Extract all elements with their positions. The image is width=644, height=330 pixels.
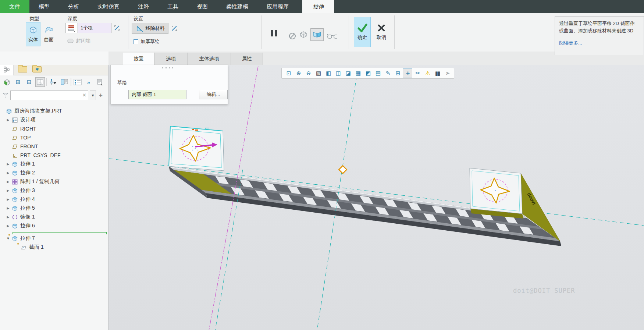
expand-all-icon[interactable]: ⊞ <box>13 77 23 87</box>
tree-item[interactable]: ▶拉伸 2 <box>0 168 108 177</box>
tree-item[interactable]: RIGHT <box>0 124 108 133</box>
expand-arrow[interactable]: ▶ <box>5 162 11 166</box>
tree-item[interactable]: ▶拉伸 3 <box>0 186 108 195</box>
tree-item[interactable]: TOP <box>0 133 108 142</box>
tree-search-input[interactable] <box>10 91 88 100</box>
menu-analysis[interactable]: 分析 <box>59 0 88 13</box>
no-preview-icon[interactable] <box>287 31 298 41</box>
overflow-icon[interactable]: » <box>84 77 93 87</box>
dashboard-tab-options[interactable]: 选项 <box>154 53 188 65</box>
expand-arrow[interactable]: ▶ <box>5 198 11 201</box>
menu-file[interactable]: 文件 <box>0 0 29 13</box>
menu-flexible-modeling[interactable]: 柔性建模 <box>217 0 257 13</box>
cancel-button[interactable]: 取消 <box>373 17 390 47</box>
tree-item[interactable]: ▶拉伸 5 <box>0 204 108 213</box>
appearance-icon[interactable]: ◩ <box>363 68 373 78</box>
geometry-preview-icon[interactable] <box>310 28 324 41</box>
expand-arrow[interactable]: ▶ <box>5 180 11 184</box>
folder-browser-icon[interactable] <box>18 66 27 72</box>
menu-live-simulation[interactable]: 实时仿真 <box>88 0 129 13</box>
flip-material-side-button[interactable] <box>169 23 179 34</box>
menu-view[interactable]: 视图 <box>188 0 217 13</box>
repaint-icon[interactable]: ▧ <box>313 68 323 78</box>
show-settings-icon[interactable] <box>2 77 12 87</box>
scene-icon[interactable]: ▤ <box>373 68 383 78</box>
dashboard-tab-body-options[interactable]: 主体选项 <box>188 53 231 65</box>
graphics-viewport[interactable]: ⊡⊕⊖▧◧◫◪▦◩▤✎⊞+✂⚠▮▮➤ <box>108 65 644 330</box>
main-menu-bar: 文件模型分析实时仿真注释工具视图柔性建模应用程序 拉伸 <box>0 0 644 13</box>
section-icon[interactable]: ◪ <box>343 68 353 78</box>
menu-annotate[interactable]: 注释 <box>129 0 158 13</box>
thicken-checkbox[interactable] <box>134 39 138 44</box>
sketch-display-icon[interactable]: ✎ <box>383 68 392 78</box>
surface-type-button[interactable]: 曲面 <box>41 22 57 46</box>
edit-sketch-button[interactable]: 编辑... <box>199 90 228 99</box>
tree-item[interactable]: ▶拉伸 4 <box>0 195 108 204</box>
add-filter-button[interactable]: + <box>97 92 104 99</box>
tab-extrude-tool[interactable]: 拉伸 <box>302 0 334 13</box>
tree-item[interactable]: FRONT <box>0 142 108 151</box>
dashboard-tab-placement[interactable]: 放置 <box>123 53 154 65</box>
menu-applications[interactable]: 应用程序 <box>257 0 298 13</box>
ribbon-divider <box>261 15 261 49</box>
tree-item[interactable]: 厨房海绵块支架.PRT <box>0 107 108 116</box>
tree-item[interactable]: PRT_CSYS_DEF <box>0 151 108 160</box>
pause-icon[interactable] <box>268 28 280 38</box>
pause-icon[interactable]: ▮▮ <box>433 68 442 78</box>
expand-arrow[interactable]: ▶ <box>5 118 11 122</box>
solid-type-button[interactable]: 实体 <box>26 22 40 46</box>
remove-material-button[interactable]: 移除材料 <box>132 23 168 34</box>
panel-grip-handle[interactable] <box>162 67 173 68</box>
warning-icon[interactable]: ⚠ <box>423 68 432 78</box>
list-options-icon[interactable] <box>73 77 82 87</box>
spin-center-icon[interactable]: + <box>403 68 412 78</box>
collapse-all-icon[interactable]: ⊟ <box>24 77 34 87</box>
flip-arrow-icon <box>113 24 121 32</box>
tree-item[interactable]: ▶设计项 <box>0 116 108 124</box>
menu-tools[interactable]: 工具 <box>158 0 188 13</box>
datum-display-icon[interactable]: ⊞ <box>393 68 402 78</box>
expand-arrow[interactable]: ▶ <box>5 189 11 192</box>
exit-icon[interactable]: ➤ <box>442 68 452 78</box>
flip-depth-direction-button[interactable] <box>112 23 122 33</box>
favorites-folder-icon[interactable]: ✱ <box>32 66 42 72</box>
ok-button[interactable]: 确定 <box>354 17 371 47</box>
verify-icon[interactable] <box>327 31 338 42</box>
clip-icon[interactable]: ✂ <box>413 68 422 78</box>
model-tree-tab[interactable] <box>0 63 14 75</box>
search-options-caret[interactable]: ▼ <box>90 91 96 100</box>
refit-icon[interactable]: ⊡ <box>284 68 293 78</box>
depth-drag-handle[interactable] <box>339 166 346 173</box>
view-manager-icon[interactable]: ▦ <box>353 68 363 78</box>
expand-arrow[interactable]: ▶ <box>5 206 11 210</box>
display-style-icon[interactable]: ◫ <box>333 68 343 78</box>
tree-item-label: PRT_CSYS_DEF <box>20 152 60 158</box>
wireframe-preview-icon[interactable] <box>298 29 309 40</box>
tree-item[interactable]: ▶阵列 1 / 复制几何 <box>0 177 108 186</box>
clear-search-icon[interactable]: ✕ <box>82 92 86 98</box>
menu-model[interactable]: 模型 <box>29 0 59 13</box>
expand-arrow[interactable]: ▶ <box>5 215 11 219</box>
read-more-link[interactable]: 阅读更多... <box>559 40 582 46</box>
tree-item[interactable]: ▶拉伸 1 <box>0 160 108 168</box>
tree-item[interactable]: ▶拉伸 6 <box>0 221 108 230</box>
zoom-out-icon[interactable]: ⊖ <box>303 68 313 78</box>
shading-icon[interactable]: ◧ <box>323 68 333 78</box>
tree-item[interactable]: ▼*拉伸 7 <box>0 234 108 243</box>
tree-item[interactable]: ▶镜像 1 <box>0 213 108 221</box>
sketch-reference-field[interactable]: 内部 截面 1 <box>128 90 186 99</box>
tree-filter-icon[interactable] <box>49 77 58 87</box>
expand-arrow[interactable]: ▶ <box>5 224 11 228</box>
insertion-indicator[interactable] <box>13 232 107 233</box>
thicken-sketch-option[interactable]: 加厚草绘 <box>134 38 160 45</box>
detach-tree-icon[interactable] <box>95 77 104 87</box>
dashboard-tab-properties[interactable]: 属性 <box>231 53 263 65</box>
tree-layout-icon[interactable] <box>60 77 69 87</box>
tree-item[interactable]: *截面 1 <box>0 243 108 252</box>
depth-type-button[interactable] <box>65 23 77 33</box>
depth-value-combobox[interactable]: 1个项 <box>78 23 111 33</box>
expand-arrow[interactable]: ▶ <box>5 171 11 175</box>
model-tree: 厨房海绵块支架.PRT▶设计项RIGHTTOPFRONTPRT_CSYS_DEF… <box>0 107 108 252</box>
zoom-in-icon[interactable]: ⊕ <box>293 68 303 78</box>
tree-columns-icon[interactable] <box>35 77 45 87</box>
